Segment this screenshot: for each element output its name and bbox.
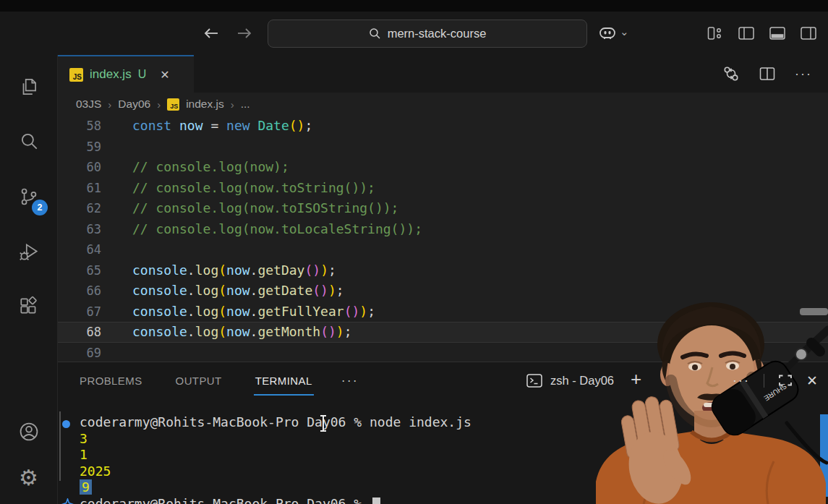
terminal-line: 3	[58, 431, 828, 448]
maximize-panel-icon	[778, 374, 793, 387]
editor-more-actions-button[interactable]: ···	[795, 67, 812, 82]
code-area[interactable]: 58const now = new Date();5960// console.…	[58, 116, 828, 362]
copilot-icon	[597, 25, 618, 42]
customize-layout-button[interactable]	[707, 27, 723, 40]
back-button[interactable]	[202, 26, 220, 40]
account-icon	[17, 420, 40, 443]
toggle-panel-icon	[769, 27, 785, 40]
tab-label: index.js	[90, 67, 132, 82]
activity-bar: 2	[0, 55, 58, 504]
open-changes-button[interactable]	[722, 65, 740, 82]
panel-header: PROBLEMS OUTPUT TERMINAL ··· zsh - Day06…	[58, 362, 828, 398]
split-editor-button[interactable]	[759, 67, 775, 81]
breadcrumb-separator: ›	[157, 98, 161, 111]
code-line[interactable]: 69	[58, 343, 828, 362]
prompt-star-icon	[61, 498, 74, 504]
breadcrumb-separator: ›	[231, 98, 234, 111]
code-line[interactable]: 64	[58, 239, 828, 260]
sidebar-item-source-control[interactable]: 2	[0, 169, 57, 224]
search-icon	[369, 27, 381, 40]
terminal-session[interactable]: zsh - Day06 +	[526, 362, 641, 398]
arrow-left-icon	[202, 26, 220, 40]
code-line[interactable]: 66console.log(now.getDate());	[58, 281, 828, 302]
accounts-button[interactable]	[0, 409, 57, 455]
forward-button[interactable]	[236, 26, 253, 40]
settings-button[interactable]: ⚙	[0, 455, 57, 501]
editor-tab-bar: JS index.js U ✕	[58, 55, 828, 93]
js-file-icon: JS	[69, 68, 83, 82]
new-terminal-button[interactable]: +	[631, 368, 641, 390]
gear-icon: ⚙	[19, 467, 38, 489]
code-line[interactable]: 63// console.log(now.toLocaleString());	[58, 219, 828, 240]
command-center-search[interactable]: mern-stack-course	[268, 20, 587, 48]
terminal-content[interactable]: coderarmy@Rohits-MacBook-Pro Day06 % nod…	[58, 398, 828, 504]
extensions-icon	[18, 296, 40, 317]
sidebar-item-run-debug[interactable]	[0, 224, 57, 279]
scm-pending-changes-badge: 2	[32, 200, 48, 215]
tab-index-js[interactable]: JS index.js U ✕	[58, 55, 194, 93]
toggle-secondary-sidebar-icon	[801, 27, 816, 40]
toggle-sidebar-icon	[738, 27, 754, 40]
terminal-line: 1	[58, 447, 828, 464]
toggle-panel-button[interactable]	[769, 27, 785, 40]
code-line[interactable]: 67console.log(now.getFullYear());	[58, 302, 828, 323]
sidebar-item-explorer[interactable]	[0, 59, 57, 114]
title-bar: mern-stack-course ⌄	[0, 0, 828, 56]
vscode-window: mern-stack-course ⌄	[0, 0, 828, 504]
breadcrumb-item[interactable]: ...	[241, 98, 250, 111]
breadcrumb: 03JS›Day06›JSindex.js›...	[58, 93, 828, 116]
terminal-line: 9	[58, 479, 828, 496]
run-debug-icon	[18, 241, 40, 262]
terminal-block-cursor	[372, 497, 380, 504]
workbench: JS index.js U ✕	[58, 55, 828, 504]
open-changes-icon	[722, 65, 740, 82]
sidebar-item-search[interactable]	[0, 114, 57, 169]
maximize-panel-button[interactable]	[778, 374, 793, 387]
terminal-icon	[526, 374, 542, 388]
tab-terminal[interactable]: TERMINAL	[255, 362, 312, 398]
customize-layout-icon	[707, 27, 723, 40]
code-line[interactable]: 59	[58, 137, 828, 158]
toggle-secondary-sidebar-button[interactable]	[801, 27, 816, 40]
chevron-down-icon: ⌄	[620, 25, 629, 38]
bottom-panel: PROBLEMS OUTPUT TERMINAL ··· zsh - Day06…	[58, 362, 828, 504]
toggle-primary-sidebar-button[interactable]	[738, 27, 754, 40]
search-value: mern-stack-course	[388, 27, 487, 40]
breadcrumb-item[interactable]: 03JS	[76, 98, 101, 111]
code-line[interactable]: 60// console.log(now);	[58, 157, 828, 178]
close-tab-button[interactable]: ✕	[160, 68, 169, 82]
close-panel-button[interactable]: ✕	[806, 372, 818, 389]
code-line[interactable]: 68console.log(now.getMonth());	[58, 322, 828, 343]
search-icon	[18, 131, 40, 153]
breadcrumb-item[interactable]: index.js	[186, 98, 224, 111]
terminal-more-actions-button[interactable]: ···	[733, 373, 750, 388]
git-status-untracked: U	[138, 68, 147, 81]
code-line[interactable]: 65console.log(now.getDay());	[58, 260, 828, 281]
tab-problems[interactable]: PROBLEMS	[80, 362, 142, 398]
js-file-icon: JS	[167, 98, 179, 111]
breadcrumb-separator: ›	[108, 98, 111, 111]
copilot-menu[interactable]: ⌄	[597, 25, 629, 42]
terminal-line: coderarmy@Rohits-MacBook-Pro Day06 % nod…	[58, 414, 828, 431]
code-line[interactable]: 62// console.log(now.toISOString());	[58, 198, 828, 219]
arrow-right-icon	[236, 26, 253, 40]
terminal-line: coderarmy@Rohits-MacBook-Pro Day06 %	[58, 496, 828, 504]
tab-output[interactable]: OUTPUT	[176, 362, 222, 398]
sidebar-item-extensions[interactable]	[0, 279, 57, 334]
explorer-files-icon	[18, 76, 40, 98]
terminal-line: 2025	[58, 464, 828, 480]
mouse-cursor	[318, 414, 328, 436]
split-editor-icon	[759, 67, 775, 81]
separator	[764, 374, 764, 388]
code-line[interactable]: 61// console.log(now.toString());	[58, 178, 828, 199]
panel-more-tabs-button[interactable]: ···	[341, 373, 359, 388]
breadcrumb-item[interactable]: Day06	[118, 98, 150, 111]
terminal-session-label: zsh - Day06	[550, 374, 614, 388]
top-black-strip	[0, 0, 828, 12]
code-line[interactable]: 58const now = new Date();	[58, 116, 828, 137]
